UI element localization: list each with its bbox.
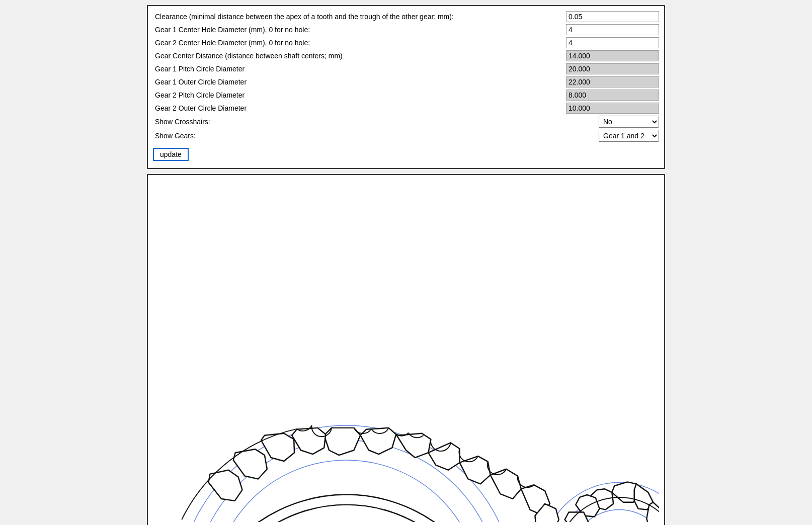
- update-row: update: [153, 144, 659, 161]
- gear1-pitch-row: Gear 1 Pitch Circle Diameter: [153, 63, 659, 74]
- form-panel: Clearance (minimal distance between the …: [147, 5, 665, 169]
- gear1-pitch-input: [566, 63, 659, 74]
- gear2-outer-label: Gear 2 Outer Circle Diameter: [153, 103, 566, 113]
- center-distance-row: Gear Center Distance (distance between s…: [153, 50, 659, 61]
- gear1-hole-label: Gear 1 Center Hole Diameter (mm), 0 for …: [153, 25, 566, 35]
- canvas-panel: [147, 174, 665, 525]
- gear2-pitch-input: [566, 90, 659, 101]
- center-distance-label: Gear Center Distance (distance between s…: [153, 51, 566, 61]
- gear2-pitch-row: Gear 2 Pitch Circle Diameter: [153, 90, 659, 101]
- gear1-pitch-label: Gear 1 Pitch Circle Diameter: [153, 64, 566, 74]
- center-distance-input: [566, 50, 659, 61]
- show-crosshairs-label: Show Crosshairs:: [153, 117, 599, 127]
- clearance-row: Clearance (minimal distance between the …: [153, 11, 659, 22]
- gear-svg: [153, 180, 659, 522]
- gear2-hole-label: Gear 2 Center Hole Diameter (mm), 0 for …: [153, 38, 566, 48]
- gear2-outer-input: [566, 103, 659, 114]
- show-crosshairs-select[interactable]: No Yes: [599, 116, 659, 128]
- gear2-hole-input[interactable]: [566, 37, 659, 48]
- show-gears-select[interactable]: Gear 1 and 2 Gear 1 only Gear 2 only: [599, 130, 659, 142]
- show-crosshairs-row: Show Crosshairs: No Yes: [153, 116, 659, 128]
- gear1-outer-row: Gear 1 Outer Circle Diameter: [153, 76, 659, 88]
- update-button[interactable]: update: [153, 148, 189, 161]
- gear1-outer-input: [566, 76, 659, 88]
- show-gears-label: Show Gears:: [153, 131, 599, 141]
- gear1-hole-input[interactable]: [566, 24, 659, 35]
- gear2-outer-row: Gear 2 Outer Circle Diameter: [153, 103, 659, 114]
- gear2-hole-row: Gear 2 Center Hole Diameter (mm), 0 for …: [153, 37, 659, 48]
- gear1-outer-label: Gear 1 Outer Circle Diameter: [153, 77, 566, 87]
- gear2-pitch-label: Gear 2 Pitch Circle Diameter: [153, 90, 566, 100]
- clearance-input[interactable]: [566, 11, 659, 22]
- show-gears-row: Show Gears: Gear 1 and 2 Gear 1 only Gea…: [153, 130, 659, 142]
- gear1-hole-row: Gear 1 Center Hole Diameter (mm), 0 for …: [153, 24, 659, 35]
- clearance-label: Clearance (minimal distance between the …: [153, 12, 566, 22]
